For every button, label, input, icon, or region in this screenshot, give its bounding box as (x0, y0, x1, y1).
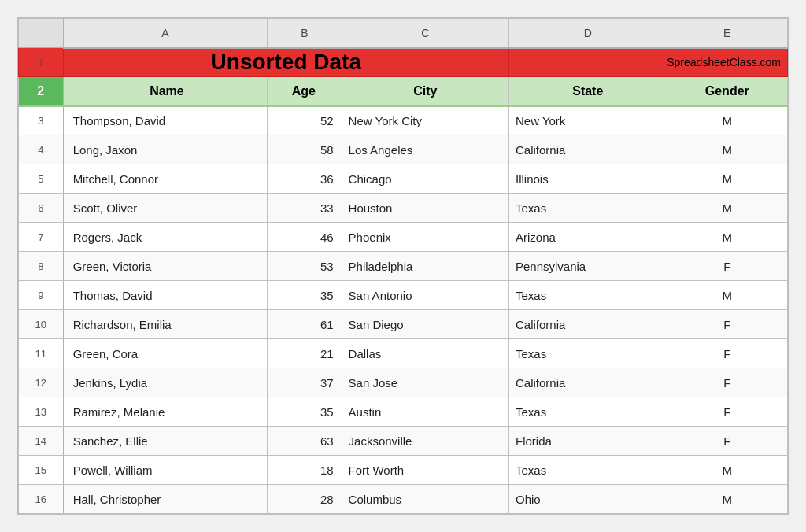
column-headers-row: A B C D E (19, 19, 788, 48)
cell-state[interactable]: New York (508, 106, 667, 135)
cell-state[interactable]: Texas (508, 194, 667, 223)
cell-name[interactable]: Mitchell, Connor (63, 164, 268, 194)
cell-gender[interactable]: M (667, 456, 787, 485)
cell-name[interactable]: Jenkins, Lydia (63, 368, 268, 397)
col-header-c[interactable]: C (342, 19, 508, 48)
cell-gender[interactable]: M (667, 164, 787, 194)
cell-gender[interactable]: F (667, 427, 787, 456)
cell-name[interactable]: Hall, Christopher (63, 485, 268, 514)
table-row: 14 Sanchez, Ellie 63 Jacksonville Florid… (19, 427, 788, 456)
row-num-16: 16 (19, 485, 64, 514)
cell-age[interactable]: 53 (268, 252, 342, 281)
cell-state[interactable]: Texas (508, 339, 667, 368)
col-header-b[interactable]: B (268, 19, 342, 48)
table-row: 12 Jenkins, Lydia 37 San Jose California… (19, 368, 788, 397)
cell-city[interactable]: Phoenix (342, 223, 508, 252)
cell-age[interactable]: 18 (268, 456, 342, 485)
cell-age[interactable]: 52 (268, 106, 342, 135)
cell-name[interactable]: Scott, Oliver (63, 194, 268, 223)
cell-age[interactable]: 58 (268, 135, 342, 164)
table-row: 15 Powell, William 18 Fort Worth Texas M (19, 456, 788, 485)
table-row: 8 Green, Victoria 53 Philadelphia Pennsy… (19, 252, 788, 281)
cell-gender[interactable]: M (667, 135, 787, 164)
cell-state[interactable]: Illinois (508, 164, 667, 194)
row-num-1: 1 (19, 48, 64, 77)
cell-name[interactable]: Green, Victoria (63, 252, 268, 281)
cell-city[interactable]: San Antonio (342, 281, 508, 310)
cell-city[interactable]: Austin (342, 397, 508, 427)
header-name: Name (63, 77, 268, 106)
cell-city[interactable]: Dallas (342, 339, 508, 368)
cell-city[interactable]: Fort Worth (342, 456, 508, 485)
row-num-3: 3 (19, 106, 64, 135)
cell-name[interactable]: Long, Jaxon (63, 135, 268, 164)
row-num-10: 10 (19, 310, 64, 339)
cell-age[interactable]: 33 (268, 194, 342, 223)
cell-state[interactable]: Texas (508, 281, 667, 310)
cell-name[interactable]: Thompson, David (63, 106, 268, 135)
table-row: 16 Hall, Christopher 28 Columbus Ohio M (19, 485, 788, 514)
cell-age[interactable]: 37 (268, 368, 342, 397)
row-num-6: 6 (19, 194, 64, 223)
table-row: 9 Thomas, David 35 San Antonio Texas M (19, 281, 788, 310)
cell-city[interactable]: New York City (342, 106, 508, 135)
table-row: 5 Mitchell, Connor 36 Chicago Illinois M (19, 164, 788, 194)
cell-gender[interactable]: F (667, 310, 787, 339)
cell-state[interactable]: Pennsylvania (508, 252, 667, 281)
cell-state[interactable]: California (508, 368, 667, 397)
cell-name[interactable]: Thomas, David (63, 281, 268, 310)
cell-name[interactable]: Rogers, Jack (63, 223, 268, 252)
row-num-15: 15 (19, 456, 64, 485)
cell-state[interactable]: California (508, 135, 667, 164)
cell-city[interactable]: San Jose (342, 368, 508, 397)
cell-state[interactable]: California (508, 310, 667, 339)
col-header-d[interactable]: D (508, 19, 667, 48)
corner-cell (19, 19, 64, 48)
cell-state[interactable]: Texas (508, 456, 667, 485)
cell-gender[interactable]: F (667, 339, 787, 368)
spreadsheet-title: Unsorted Data (63, 48, 508, 77)
cell-gender[interactable]: F (667, 368, 787, 397)
table-row: 4 Long, Jaxon 58 Los Angeles California … (19, 135, 788, 164)
table-row: 7 Rogers, Jack 46 Phoenix Arizona M (19, 223, 788, 252)
cell-city[interactable]: Philadelphia (342, 252, 508, 281)
cell-age[interactable]: 35 (268, 281, 342, 310)
cell-city[interactable]: Chicago (342, 164, 508, 194)
cell-name[interactable]: Ramirez, Melanie (63, 397, 268, 427)
cell-age[interactable]: 63 (268, 427, 342, 456)
cell-age[interactable]: 21 (268, 339, 342, 368)
row-num-5: 5 (19, 164, 64, 194)
cell-state[interactable]: Ohio (508, 485, 667, 514)
cell-city[interactable]: San Diego (342, 310, 508, 339)
spreadsheet: A B C D E 1 Unsorted Data SpreadsheetCla… (17, 17, 789, 515)
cell-gender[interactable]: M (667, 194, 787, 223)
cell-name[interactable]: Richardson, Emilia (63, 310, 268, 339)
cell-city[interactable]: Jacksonville (342, 427, 508, 456)
cell-state[interactable]: Arizona (508, 223, 667, 252)
cell-age[interactable]: 28 (268, 485, 342, 514)
cell-age[interactable]: 35 (268, 397, 342, 427)
header-city: City (342, 77, 508, 106)
cell-city[interactable]: Los Angeles (342, 135, 508, 164)
cell-gender[interactable]: M (667, 281, 787, 310)
cell-age[interactable]: 46 (268, 223, 342, 252)
cell-city[interactable]: Houston (342, 194, 508, 223)
cell-gender[interactable]: M (667, 106, 787, 135)
col-header-a[interactable]: A (63, 19, 268, 48)
cell-city[interactable]: Columbus (342, 485, 508, 514)
cell-name[interactable]: Powell, William (63, 456, 268, 485)
cell-gender[interactable]: F (667, 397, 787, 427)
table-row: 3 Thompson, David 52 New York City New Y… (19, 106, 788, 135)
title-row: 1 Unsorted Data SpreadsheetClass.com (19, 48, 788, 77)
cell-name[interactable]: Green, Cora (63, 339, 268, 368)
cell-name[interactable]: Sanchez, Ellie (63, 427, 268, 456)
cell-state[interactable]: Florida (508, 427, 667, 456)
cell-gender[interactable]: M (667, 223, 787, 252)
col-header-e[interactable]: E (667, 19, 787, 48)
cell-state[interactable]: Texas (508, 397, 667, 427)
cell-age[interactable]: 36 (268, 164, 342, 194)
cell-gender[interactable]: F (667, 252, 787, 281)
row-num-9: 9 (19, 281, 64, 310)
cell-age[interactable]: 61 (268, 310, 342, 339)
cell-gender[interactable]: M (667, 485, 787, 514)
